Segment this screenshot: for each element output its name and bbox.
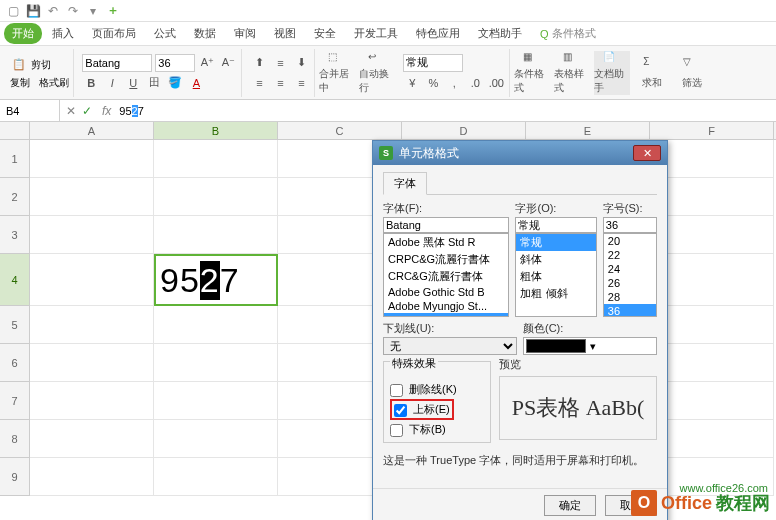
style-listbox[interactable]: 常规 斜体 粗体 加粗 倾斜: [515, 233, 596, 317]
row-header-3[interactable]: 3: [0, 216, 30, 254]
italic-button[interactable]: I: [103, 74, 121, 92]
col-header-A[interactable]: A: [30, 122, 154, 139]
formula-input[interactable]: 9527: [115, 105, 776, 117]
fx-icon[interactable]: fx: [98, 104, 115, 118]
sum-button[interactable]: Σ求和: [634, 51, 670, 95]
bold-button[interactable]: B: [82, 74, 100, 92]
tab-layout[interactable]: 页面布局: [84, 23, 144, 44]
row-header-7[interactable]: 7: [0, 382, 30, 420]
inc-decimal-icon[interactable]: .0: [466, 74, 484, 92]
tab-insert[interactable]: 插入: [44, 23, 82, 44]
align-top-icon[interactable]: ⬆: [250, 54, 268, 72]
style-input[interactable]: [515, 217, 596, 233]
name-box[interactable]: B4: [0, 100, 60, 121]
col-header-E[interactable]: E: [526, 122, 650, 139]
tab-formula[interactable]: 公式: [146, 23, 184, 44]
underline-select[interactable]: 无: [383, 337, 517, 355]
underline-button[interactable]: U: [124, 74, 142, 92]
border-icon[interactable]: 田: [145, 74, 163, 92]
effects-group: 特殊效果 删除线(K) 上标(E) 下标(B): [383, 361, 491, 443]
ribbon: 📋剪切 复制 格式刷 A⁺ A⁻ B I U 田 🪣 A ⬆ ≡ ⬇ ≡ ≡ ≡: [0, 46, 776, 100]
fill-color-icon[interactable]: 🪣: [166, 74, 184, 92]
dialog-tab-font[interactable]: 字体: [383, 172, 427, 195]
cut-label[interactable]: 剪切: [31, 58, 51, 72]
tab-start[interactable]: 开始: [4, 23, 42, 44]
dec-decimal-icon[interactable]: .00: [487, 74, 505, 92]
table-style-icon: ▥: [563, 51, 581, 65]
cond-format-icon: ▦: [523, 51, 541, 65]
tab-view[interactable]: 视图: [266, 23, 304, 44]
ribbon-search[interactable]: Q 条件格式: [540, 26, 596, 41]
row-header-8[interactable]: 8: [0, 420, 30, 458]
row-header-9[interactable]: 9: [0, 458, 30, 496]
label-preview: 预览: [499, 358, 521, 370]
checkbox-superscript[interactable]: 上标(E): [390, 399, 454, 420]
redo-icon[interactable]: ↷: [66, 4, 80, 18]
color-swatch: [526, 339, 586, 353]
merge-center-button[interactable]: ⬚合并居中: [319, 51, 355, 95]
paste-icon[interactable]: 📋: [10, 56, 28, 74]
ok-button[interactable]: 确定: [544, 495, 596, 516]
cell-format-dialog: S 单元格格式 ✕ 字体 字体(F): Adobe 黑体 Std R CRPC&…: [372, 140, 668, 520]
preview-box: PS表格 AaBb(: [499, 376, 657, 440]
close-icon[interactable]: ✕: [633, 145, 661, 161]
confirm-edit-icon[interactable]: ✓: [82, 104, 92, 118]
cancel-edit-icon[interactable]: ✕: [66, 104, 76, 118]
decrease-font-icon[interactable]: A⁻: [219, 54, 237, 72]
col-header-B[interactable]: B: [154, 122, 278, 139]
row-header-5[interactable]: 5: [0, 306, 30, 344]
active-cell-B4[interactable]: 9527: [154, 254, 278, 306]
tab-docassist[interactable]: 文档助手: [470, 23, 530, 44]
save-icon[interactable]: 💾: [26, 4, 40, 18]
wrap-text-button[interactable]: ↩自动换行: [359, 51, 395, 95]
cond-format-button[interactable]: ▦条件格式: [514, 51, 550, 95]
watermark-brand: Office: [661, 493, 712, 514]
dialog-title: 单元格格式: [399, 145, 459, 162]
filter-button[interactable]: ▽筛选: [674, 51, 710, 95]
size-listbox[interactable]: 20 22 24 26 28 36: [603, 233, 657, 317]
row-header-1[interactable]: 1: [0, 140, 30, 178]
sigma-icon: Σ: [643, 56, 661, 74]
copy-label[interactable]: 复制: [10, 76, 30, 90]
col-header-D[interactable]: D: [402, 122, 526, 139]
funnel-icon: ▽: [683, 56, 701, 74]
align-left-icon[interactable]: ≡: [250, 74, 268, 92]
currency-icon[interactable]: ¥: [403, 74, 421, 92]
table-style-button[interactable]: ▥表格样式: [554, 51, 590, 95]
number-format-combo[interactable]: [403, 54, 463, 72]
font-listbox[interactable]: Adobe 黑体 Std R CRPC&G流麗行書体 CRC&G流麗行書体 Ad…: [383, 233, 509, 317]
checkbox-subscript[interactable]: 下标(B): [390, 422, 484, 437]
align-middle-icon[interactable]: ≡: [271, 54, 289, 72]
font-size-combo[interactable]: [155, 54, 195, 72]
tab-review[interactable]: 审阅: [226, 23, 264, 44]
undo-icon[interactable]: ↶: [46, 4, 60, 18]
comma-icon[interactable]: ,: [445, 74, 463, 92]
color-select[interactable]: ▾: [523, 337, 657, 355]
percent-icon[interactable]: %: [424, 74, 442, 92]
doc-assist-button[interactable]: 📄文档助手: [594, 51, 630, 95]
col-header-F[interactable]: F: [650, 122, 774, 139]
wps-home-icon[interactable]: ▢: [6, 4, 20, 18]
checkbox-strike[interactable]: 删除线(K): [390, 382, 484, 397]
font-input[interactable]: [383, 217, 509, 233]
dialog-titlebar[interactable]: S 单元格格式 ✕: [373, 141, 667, 165]
align-right-icon[interactable]: ≡: [292, 74, 310, 92]
row-header-6[interactable]: 6: [0, 344, 30, 382]
tab-special[interactable]: 特色应用: [408, 23, 468, 44]
tab-security[interactable]: 安全: [306, 23, 344, 44]
new-tab-icon[interactable]: ＋: [106, 4, 120, 18]
col-header-C[interactable]: C: [278, 122, 402, 139]
font-color-icon[interactable]: A: [187, 74, 205, 92]
font-name-combo[interactable]: [82, 54, 152, 72]
row-header-4[interactable]: 4: [0, 254, 30, 306]
align-center-icon[interactable]: ≡: [271, 74, 289, 92]
increase-font-icon[interactable]: A⁺: [198, 54, 216, 72]
format-painter-label[interactable]: 格式刷: [39, 76, 69, 90]
tab-devtools[interactable]: 开发工具: [346, 23, 406, 44]
align-bottom-icon[interactable]: ⬇: [292, 54, 310, 72]
tab-data[interactable]: 数据: [186, 23, 224, 44]
qat-dropdown-icon[interactable]: ▾: [86, 4, 100, 18]
size-input[interactable]: [603, 217, 657, 233]
select-all-corner[interactable]: [0, 122, 30, 139]
row-header-2[interactable]: 2: [0, 178, 30, 216]
